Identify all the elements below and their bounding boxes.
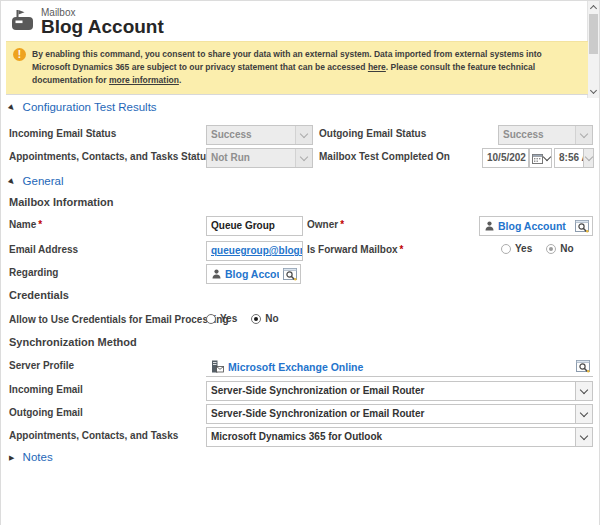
chevron-down-icon [542, 153, 550, 161]
row-email-forward: Email Address queuegroup@blogmaster Is F… [1, 240, 599, 262]
calendar-icon [532, 153, 543, 164]
owner-lookup[interactable]: Blog Account [479, 216, 593, 236]
required-marker: * [340, 219, 344, 230]
incoming-email-label: Incoming Email [9, 384, 83, 395]
row-name-owner: Name* Queue Group Owner* Blog Account [1, 215, 599, 237]
date-picker-button[interactable] [529, 148, 552, 168]
regarding-link[interactable]: Blog Account [225, 268, 279, 280]
notification-text: By enabling this command, you consent to… [32, 48, 578, 87]
more-information-link[interactable]: more information [109, 75, 179, 85]
owner-link[interactable]: Blog Account [498, 220, 571, 232]
appointments-contacts-tasks-label: Appointments, Contacts, and Tasks [9, 430, 178, 441]
chevron-down-icon [575, 126, 592, 144]
name-label: Name* [9, 219, 42, 230]
required-marker: * [400, 244, 404, 255]
allow-credentials-yes-radio[interactable]: Yes [206, 313, 237, 324]
section-collapsed-icon: ▶ [9, 454, 14, 462]
email-address-input[interactable]: queuegroup@blogmaster [206, 241, 303, 261]
allow-credentials-label: Allow to Use Credentials for Email Proce… [9, 314, 229, 325]
outgoing-email-label: Outgoing Email [9, 407, 83, 418]
row-allow-credentials: Allow to Use Credentials for Email Proce… [1, 310, 599, 332]
server-profile-link[interactable]: Microsoft Exchange Online [228, 361, 572, 373]
server-profile-lookup[interactable]: Microsoft Exchange Online [206, 357, 593, 377]
outgoing-email-status-value: Success [503, 126, 574, 144]
radio-label: No [560, 243, 573, 254]
incoming-email-status-value: Success [211, 126, 294, 144]
allow-credentials-no-radio[interactable]: No [251, 313, 278, 324]
row-incoming-email: Incoming Email Server-Side Synchronizati… [1, 380, 599, 402]
incoming-email-select[interactable]: Server-Side Synchronization or Email Rou… [206, 381, 593, 401]
outgoing-email-status-select[interactable]: Success [498, 125, 593, 145]
section-expanded-icon: ▶ [7, 177, 16, 186]
outgoing-email-select[interactable]: Server-Side Synchronization or Email Rou… [206, 404, 593, 424]
regarding-lookup[interactable]: Blog Account [206, 264, 301, 284]
lookup-search-icon[interactable] [575, 220, 590, 233]
mailbox-form-page: Mailbox Blog Account ! By enabling this … [0, 0, 600, 525]
scroll-up-icon[interactable] [588, 2, 599, 13]
chevron-down-icon [575, 428, 592, 446]
incoming-email-value: Server-Side Synchronization or Email Rou… [211, 382, 574, 400]
mailbox-icon [9, 7, 37, 35]
lookup-search-icon[interactable] [283, 268, 298, 281]
mailbox-test-completed-label: Mailbox Test Completed On [319, 151, 450, 162]
chevron-down-icon [295, 126, 312, 144]
owner-label: Owner* [307, 219, 344, 230]
section-label: Notes [23, 451, 53, 463]
outgoing-email-value: Server-Side Synchronization or Email Rou… [211, 405, 574, 423]
notification-banner: ! By enabling this command, you consent … [6, 41, 588, 95]
appointments-status-value: Not Run [211, 149, 294, 167]
page-title: Blog Account [41, 16, 164, 38]
person-icon [485, 221, 494, 231]
section-configuration-test-results[interactable]: ▶ Configuration Test Results [9, 101, 157, 117]
email-address-label: Email Address [9, 244, 78, 255]
vertical-scrollbar[interactable] [587, 1, 599, 98]
radio-icon [206, 314, 216, 324]
radio-label: Yes [220, 313, 237, 324]
mailbox-test-time-input[interactable]: 8:56 A [554, 148, 584, 168]
person-icon [212, 269, 221, 279]
row-server-profile: Server Profile Microsoft Exchange Online [1, 356, 599, 378]
row-email-status: Incoming Email Status Success Outgoing E… [1, 124, 599, 146]
radio-selected-icon [546, 244, 556, 254]
row-regarding: Regarding Blog Account [1, 263, 599, 285]
chevron-down-icon [575, 405, 592, 423]
row-appointments-contacts-tasks: Appointments, Contacts, and Tasks Micros… [1, 426, 599, 448]
chevron-down-icon [295, 149, 312, 167]
privacy-statement-link[interactable]: here [368, 62, 386, 72]
incoming-email-status-select[interactable]: Success [206, 125, 313, 145]
email-address-link[interactable]: queuegroup@blogmaster [211, 245, 303, 256]
allow-credentials-radio-group: Yes No [206, 313, 293, 324]
required-marker: * [38, 219, 42, 230]
chevron-down-icon [575, 382, 592, 400]
radio-label: Yes [515, 243, 532, 254]
name-input[interactable]: Queue Group [206, 216, 303, 236]
section-label: General [23, 175, 64, 187]
incoming-email-status-label: Incoming Email Status [9, 128, 116, 139]
is-forward-yes-radio[interactable]: Yes [501, 243, 532, 254]
subsection-credentials: Credentials [9, 289, 69, 305]
subsection-mailbox-information: Mailbox Information [9, 196, 114, 212]
server-profile-label: Server Profile [9, 360, 74, 371]
notification-text-part3: . [179, 75, 181, 85]
scrollbar-thumb[interactable] [589, 14, 598, 54]
row-outgoing-email: Outgoing Email Server-Side Synchronizati… [1, 403, 599, 425]
lookup-search-icon[interactable] [576, 360, 591, 373]
section-general[interactable]: ▶ General [9, 175, 64, 191]
email-server-icon [211, 360, 224, 373]
appointments-contacts-tasks-value: Microsoft Dynamics 365 for Outlook [211, 428, 574, 446]
appointments-status-select[interactable]: Not Run [206, 148, 313, 168]
radio-label: No [265, 313, 278, 324]
section-expanded-icon: ▶ [7, 103, 16, 112]
radio-selected-icon [251, 314, 261, 324]
time-picker-button[interactable] [583, 148, 594, 168]
scroll-down-icon[interactable] [588, 86, 599, 97]
is-forward-mailbox-label: Is Forward Mailbox* [307, 244, 403, 255]
section-notes[interactable]: ▶ Notes [9, 451, 53, 467]
outgoing-email-status-label: Outgoing Email Status [319, 128, 426, 139]
radio-icon [501, 244, 511, 254]
appointments-contacts-tasks-select[interactable]: Microsoft Dynamics 365 for Outlook [206, 427, 593, 447]
mailbox-test-date-input[interactable]: 10/5/202 [482, 148, 529, 168]
warning-icon: ! [13, 48, 26, 61]
appointments-status-label: Appointments, Contacts, and Tasks Status [9, 151, 212, 162]
is-forward-no-radio[interactable]: No [546, 243, 573, 254]
